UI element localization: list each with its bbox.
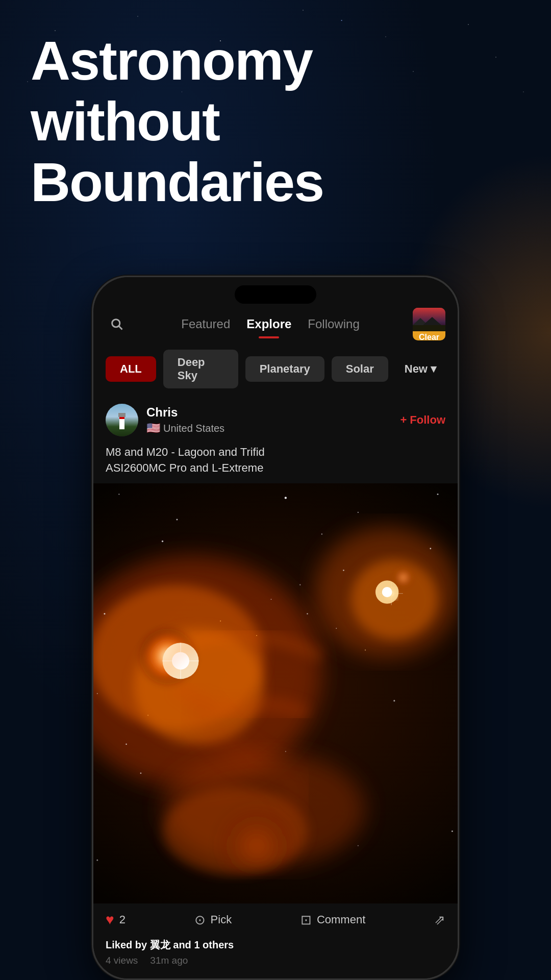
avatar-image <box>106 404 138 436</box>
filter-row: ALL Deep Sky Planetary Solar New ▾ <box>93 340 458 396</box>
phone-frame: Featured Explore Following <box>92 276 459 980</box>
svg-line-1 <box>119 326 122 329</box>
svg-point-40 <box>96 859 98 861</box>
follow-button[interactable]: + Follow <box>400 413 445 427</box>
svg-point-25 <box>430 548 431 549</box>
lighthouse-body <box>119 417 124 429</box>
svg-point-36 <box>393 700 395 701</box>
avatar[interactable] <box>106 404 138 436</box>
post-title-line2: ASI2600MC Pro and L-Extreme <box>106 460 445 476</box>
svg-point-60 <box>336 628 337 629</box>
post-footer: Liked by 翼龙 and 1 others 4 views 31m ago <box>93 936 458 978</box>
comment-icon: ⊡ <box>300 912 312 928</box>
filter-deep-sky[interactable]: Deep Sky <box>163 350 238 388</box>
svg-point-35 <box>285 751 286 752</box>
clear-badge[interactable]: Clear <box>413 308 445 340</box>
filter-all[interactable]: ALL <box>106 356 156 382</box>
nebula-canvas <box>93 483 458 903</box>
post-title: M8 and M20 - Lagoon and Trifid ASI2600MC… <box>93 445 458 483</box>
svg-point-42 <box>452 830 453 831</box>
post-title-line1: M8 and M20 - Lagoon and Trifid <box>106 445 445 460</box>
share-icon: ⇗ <box>434 912 445 928</box>
nav-tabs: Featured Explore Following <box>128 313 413 335</box>
svg-point-58 <box>271 599 272 600</box>
headline: Astronomy without Boundaries <box>31 31 520 212</box>
clear-badge-label[interactable]: Clear <box>413 331 445 340</box>
svg-point-54 <box>382 587 392 597</box>
svg-rect-3 <box>413 325 445 331</box>
svg-point-57 <box>220 620 221 621</box>
user-country: 🇺🇸 United States <box>146 422 400 435</box>
clear-badge-image <box>413 308 445 331</box>
svg-point-20 <box>437 493 439 495</box>
svg-point-61 <box>365 649 366 650</box>
camera-icon: ⊙ <box>194 912 206 928</box>
views-count: 4 views <box>106 955 138 966</box>
search-icon <box>110 317 124 331</box>
svg-point-59 <box>307 613 308 615</box>
svg-point-18 <box>285 497 287 499</box>
chevron-down-icon: ▾ <box>431 362 436 376</box>
svg-point-62 <box>147 715 148 716</box>
comment-action[interactable]: ⊡ Comment <box>300 912 365 928</box>
country-flag: 🇺🇸 <box>146 422 160 435</box>
dynamic-island <box>235 285 316 304</box>
post-header: Chris 🇺🇸 United States + Follow <box>93 396 458 445</box>
svg-point-34 <box>140 772 142 774</box>
tab-explore[interactable]: Explore <box>246 313 291 335</box>
liked-by-text: Liked by <box>106 939 147 950</box>
country-name: United States <box>163 423 224 434</box>
phone-button-power <box>458 400 459 461</box>
liked-by-others: and 1 others <box>173 939 234 950</box>
tab-following[interactable]: Following <box>308 313 359 335</box>
filter-solar[interactable]: Solar <box>332 356 388 382</box>
time-ago: 31m ago <box>150 955 188 966</box>
filter-new[interactable]: New ▾ <box>395 356 445 382</box>
headline-text: Astronomy without Boundaries <box>31 31 520 212</box>
liked-by-user[interactable]: 翼龙 <box>150 939 170 950</box>
svg-point-56 <box>256 635 257 636</box>
post-meta: 4 views 31m ago <box>106 955 445 966</box>
filter-planetary[interactable]: Planetary <box>245 356 324 382</box>
svg-point-17 <box>177 519 178 520</box>
username[interactable]: Chris <box>146 405 400 420</box>
phone-outer: Featured Explore Following <box>92 276 459 980</box>
nebula-svg <box>93 483 458 903</box>
svg-point-0 <box>112 320 120 327</box>
svg-point-63 <box>126 743 127 745</box>
lighthouse-top <box>118 413 126 417</box>
svg-point-30 <box>343 570 344 571</box>
like-action[interactable]: ♥ 2 <box>106 912 126 928</box>
svg-point-64 <box>97 693 98 694</box>
svg-point-41 <box>358 845 359 846</box>
svg-point-23 <box>162 540 163 542</box>
svg-point-16 <box>118 494 119 495</box>
svg-point-29 <box>299 584 300 585</box>
pick-label: Pick <box>211 913 232 926</box>
svg-point-19 <box>358 511 359 512</box>
clear-badge-thumbnail <box>413 308 445 331</box>
comment-label: Comment <box>317 913 365 926</box>
search-button[interactable] <box>106 313 128 335</box>
svg-point-24 <box>321 533 322 534</box>
post-image[interactable] <box>93 483 458 903</box>
share-action[interactable]: ⇗ <box>434 912 445 928</box>
likes-count: 2 <box>119 913 126 926</box>
post-card: Chris 🇺🇸 United States + Follow M8 and M… <box>93 396 458 978</box>
post-actions: ♥ 2 ⊙ Pick ⊡ Comment ⇗ <box>93 903 458 936</box>
user-info: Chris 🇺🇸 United States <box>146 405 400 435</box>
pick-action[interactable]: ⊙ Pick <box>194 912 232 928</box>
tab-featured[interactable]: Featured <box>181 313 230 335</box>
liked-by: Liked by 翼龙 and 1 others <box>106 938 445 952</box>
phone-screen: Featured Explore Following <box>93 277 458 978</box>
heart-icon: ♥ <box>106 912 114 928</box>
svg-point-28 <box>104 613 105 615</box>
